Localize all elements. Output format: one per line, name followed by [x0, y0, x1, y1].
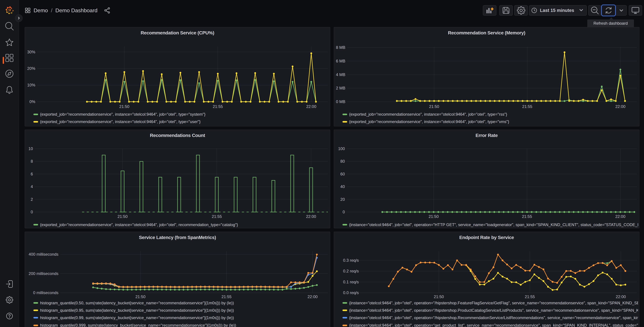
svg-text:22:00: 22:00 — [615, 104, 625, 109]
svg-text:4 MB: 4 MB — [336, 72, 345, 77]
svg-text:21:50: 21:50 — [434, 294, 444, 299]
svg-text:10%: 10% — [27, 83, 35, 87]
svg-text:22:00: 22:00 — [615, 214, 625, 219]
svg-text:22:00: 22:00 — [306, 104, 316, 109]
svg-text:80: 80 — [340, 159, 345, 164]
svg-text:0%: 0% — [30, 100, 35, 104]
svg-text:20%: 20% — [27, 66, 35, 71]
svg-text:30%: 30% — [27, 50, 35, 54]
svg-text:40: 40 — [340, 184, 345, 189]
svg-text:21:50: 21:50 — [118, 214, 128, 219]
svg-text:21:55: 21:55 — [525, 294, 535, 299]
svg-text:8 MB: 8 MB — [336, 45, 345, 50]
svg-text:21:55: 21:55 — [222, 294, 232, 299]
svg-text:2: 2 — [31, 197, 33, 202]
svg-text:21:55: 21:55 — [213, 104, 223, 109]
svg-text:6: 6 — [31, 172, 33, 176]
svg-text:0: 0 — [31, 210, 33, 214]
svg-text:0: 0 — [343, 210, 345, 214]
svg-text:2 MB: 2 MB — [336, 86, 345, 90]
svg-text:0.0 req/s: 0.0 req/s — [343, 290, 359, 295]
svg-text:22:00: 22:00 — [306, 214, 316, 219]
svg-text:20: 20 — [340, 197, 345, 202]
svg-text:21:50: 21:50 — [119, 104, 130, 109]
svg-text:8: 8 — [31, 159, 33, 164]
svg-text:10: 10 — [28, 146, 33, 151]
svg-text:4: 4 — [31, 184, 33, 189]
svg-text:21:55: 21:55 — [522, 104, 532, 109]
svg-text:0.3 req/s: 0.3 req/s — [343, 258, 359, 262]
svg-text:22:00: 22:00 — [616, 294, 626, 299]
svg-text:21:50: 21:50 — [428, 214, 439, 219]
svg-text:200 milliseconds: 200 milliseconds — [29, 271, 58, 276]
svg-text:0 milliseconds: 0 milliseconds — [33, 290, 58, 295]
svg-text:6 MB: 6 MB — [336, 59, 345, 63]
svg-text:0.2 req/s: 0.2 req/s — [343, 269, 359, 273]
svg-text:22:00: 22:00 — [308, 294, 318, 299]
svg-text:21:50: 21:50 — [135, 294, 146, 299]
svg-text:21:50: 21:50 — [429, 104, 439, 109]
svg-text:21:55: 21:55 — [522, 214, 532, 219]
svg-text:100: 100 — [338, 146, 345, 151]
svg-text:60: 60 — [340, 172, 345, 176]
svg-text:400 milliseconds: 400 milliseconds — [29, 252, 58, 256]
svg-text:0 MB: 0 MB — [336, 100, 345, 104]
svg-text:0.1 req/s: 0.1 req/s — [343, 280, 359, 284]
svg-text:21:55: 21:55 — [212, 214, 222, 219]
